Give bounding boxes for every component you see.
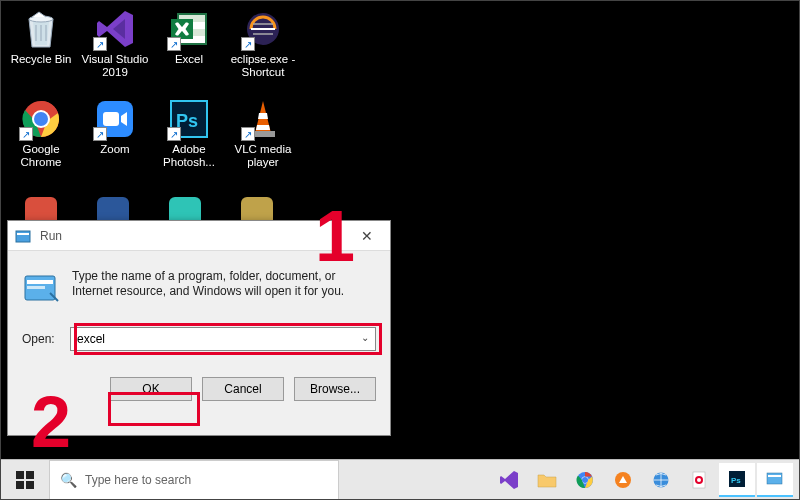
svg-rect-23 xyxy=(27,280,53,284)
pdf-icon xyxy=(688,469,710,491)
svg-rect-24 xyxy=(27,286,45,289)
shortcut-arrow-icon: ↗ xyxy=(19,127,33,141)
taskbar-icons: Ps xyxy=(491,463,799,497)
start-button[interactable] xyxy=(1,460,49,500)
svg-text:Ps: Ps xyxy=(731,476,741,485)
shortcut-arrow-icon: ↗ xyxy=(93,37,107,51)
svg-point-9 xyxy=(34,112,48,126)
taskbar-item-foxit[interactable] xyxy=(605,463,641,497)
icon-label: Adobe Photosh... xyxy=(154,143,224,169)
svg-rect-16 xyxy=(25,197,57,221)
chrome-icon xyxy=(574,469,596,491)
svg-rect-36 xyxy=(768,475,781,477)
icon-chrome[interactable]: ↗ Google Chrome xyxy=(5,97,77,185)
open-combobox[interactable]: excel ⌄ xyxy=(70,327,376,351)
shortcut-arrow-icon: ↗ xyxy=(93,127,107,141)
shortcut-arrow-icon: ↗ xyxy=(241,127,255,141)
run-title-bar[interactable]: Run ✕ xyxy=(8,221,390,251)
cancel-button[interactable]: Cancel xyxy=(202,377,284,401)
chevron-down-icon: ⌄ xyxy=(361,332,369,343)
run-description: Type the name of a program, folder, docu… xyxy=(72,269,376,307)
icon-label: Zoom xyxy=(100,143,129,156)
run-dialog: Run ✕ Type the name of a program, folder… xyxy=(7,220,391,436)
taskbar-item-chrome[interactable] xyxy=(567,463,603,497)
svg-rect-19 xyxy=(241,197,273,221)
icon-photoshop[interactable]: Ps ↗ Adobe Photosh... xyxy=(153,97,225,185)
icon-label: Visual Studio 2019 xyxy=(80,53,150,79)
run-program-icon xyxy=(22,269,60,307)
photoshop-icon: Ps xyxy=(726,468,748,490)
browse-button[interactable]: Browse... xyxy=(294,377,376,401)
open-label: Open: xyxy=(22,332,60,346)
svg-point-32 xyxy=(697,478,701,482)
icon-label: VLC media player xyxy=(228,143,298,169)
search-placeholder: Type here to search xyxy=(85,473,191,487)
recycle-bin-icon xyxy=(19,7,63,51)
icon-recycle-bin[interactable]: Recycle Bin xyxy=(5,7,77,95)
svg-rect-11 xyxy=(103,112,119,126)
taskbar-item-pdf[interactable] xyxy=(681,463,717,497)
folder-icon xyxy=(536,469,558,491)
run-title-icon xyxy=(14,226,34,246)
ok-button[interactable]: OK xyxy=(110,377,192,401)
globe-icon xyxy=(650,469,672,491)
taskbar-item-file-explorer[interactable] xyxy=(529,463,565,497)
close-button[interactable]: ✕ xyxy=(344,221,390,251)
taskbar-item-run[interactable] xyxy=(757,463,793,497)
close-icon: ✕ xyxy=(361,228,373,244)
shortcut-arrow-icon: ↗ xyxy=(167,37,181,51)
run-open-row: Open: excel ⌄ xyxy=(8,313,390,355)
run-body: Type the name of a program, folder, docu… xyxy=(8,251,390,313)
windows-logo-icon xyxy=(16,471,34,489)
icon-visual-studio[interactable]: ↗ Visual Studio 2019 xyxy=(79,7,151,95)
partial-icons-row xyxy=(5,191,305,221)
taskbar-item-browser[interactable] xyxy=(643,463,679,497)
foxit-icon xyxy=(612,469,634,491)
taskbar-search[interactable]: 🔍 Type here to search xyxy=(49,460,339,500)
svg-rect-21 xyxy=(17,233,29,235)
svg-rect-35 xyxy=(767,473,782,484)
icon-label: Google Chrome xyxy=(6,143,76,169)
desktop-icon-grid: Recycle Bin ↗ Visual Studio 2019 xyxy=(1,1,799,191)
run-title-text: Run xyxy=(40,229,344,243)
svg-rect-17 xyxy=(97,197,129,221)
taskbar: 🔍 Type here to search Ps xyxy=(1,459,799,499)
svg-rect-20 xyxy=(16,231,30,242)
icon-vlc[interactable]: ↗ VLC media player xyxy=(227,97,299,185)
icon-label: Excel xyxy=(175,53,203,66)
run-icon xyxy=(764,468,786,490)
shortcut-arrow-icon: ↗ xyxy=(241,37,255,51)
search-icon: 🔍 xyxy=(60,472,77,488)
icon-label: eclipse.exe - Shortcut xyxy=(228,53,298,79)
taskbar-item-photoshop[interactable]: Ps xyxy=(719,463,755,497)
run-buttons: OK Cancel Browse... xyxy=(8,355,390,401)
icon-label: Recycle Bin xyxy=(11,53,72,66)
icon-eclipse[interactable]: ↗ eclipse.exe - Shortcut xyxy=(227,7,299,95)
icon-zoom[interactable]: ↗ Zoom xyxy=(79,97,151,185)
shortcut-arrow-icon: ↗ xyxy=(167,127,181,141)
open-value: excel xyxy=(77,332,105,346)
svg-rect-18 xyxy=(169,197,201,221)
taskbar-item-visual-studio[interactable] xyxy=(491,463,527,497)
svg-point-27 xyxy=(582,477,588,483)
visual-studio-icon xyxy=(498,469,520,491)
icon-excel[interactable]: ↗ Excel xyxy=(153,7,225,95)
